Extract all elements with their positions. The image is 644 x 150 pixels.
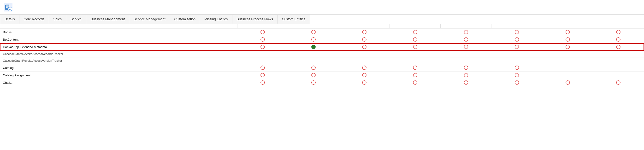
permission-cell[interactable] <box>237 57 288 64</box>
permission-cell[interactable] <box>440 64 492 72</box>
permission-cell[interactable] <box>237 36 288 43</box>
tab-details[interactable]: Details <box>0 15 20 24</box>
empty-circle-icon <box>616 30 620 34</box>
table-row[interactable]: BotContent <box>0 36 644 43</box>
empty-circle-icon <box>566 45 570 49</box>
tab-service[interactable]: Service <box>66 15 86 24</box>
permission-cell[interactable] <box>492 64 542 72</box>
permission-cell[interactable] <box>237 43 288 51</box>
permission-cell[interactable] <box>542 36 593 43</box>
permission-cell[interactable] <box>440 43 492 51</box>
table-row[interactable]: CascadeGrantRevokeAccessRecordsTracker <box>0 51 644 57</box>
tab-business-process-flows[interactable]: Business Process Flows <box>232 15 278 24</box>
permission-cell[interactable] <box>288 51 339 57</box>
permission-cell[interactable] <box>593 72 644 79</box>
permission-cell[interactable] <box>542 72 593 79</box>
empty-circle-icon <box>515 73 519 77</box>
permission-cell[interactable] <box>237 79 288 86</box>
permission-cell[interactable] <box>492 51 542 57</box>
permission-cell[interactable] <box>237 72 288 79</box>
permission-cell[interactable] <box>339 79 390 86</box>
permission-cell[interactable] <box>593 43 644 51</box>
tab-service-management[interactable]: Service Management <box>129 15 170 24</box>
permission-cell[interactable] <box>492 36 542 43</box>
permission-cell[interactable] <box>593 28 644 36</box>
permission-cell[interactable] <box>492 72 542 79</box>
permission-cell[interactable] <box>593 79 644 86</box>
empty-circle-icon <box>260 73 265 77</box>
permission-cell[interactable] <box>390 72 440 79</box>
empty-circle-icon <box>362 30 366 34</box>
permission-cell[interactable] <box>288 28 339 36</box>
permission-cell[interactable] <box>288 36 339 43</box>
permission-cell[interactable] <box>237 64 288 72</box>
permission-cell[interactable] <box>390 36 440 43</box>
filled-circle-icon <box>311 45 316 49</box>
permission-cell[interactable] <box>339 64 390 72</box>
permission-cell[interactable] <box>288 64 339 72</box>
permission-cell[interactable] <box>390 43 440 51</box>
permission-cell[interactable] <box>390 51 440 57</box>
table-row[interactable]: Chall... <box>0 79 644 86</box>
permission-cell[interactable] <box>237 51 288 57</box>
entity-name-label: Catalog <box>3 66 14 70</box>
tab-sales[interactable]: Sales <box>49 15 66 24</box>
permission-cell[interactable] <box>339 36 390 43</box>
tab-missing-entities[interactable]: Missing Entities <box>200 15 232 24</box>
permission-cell[interactable] <box>288 57 339 64</box>
tabs-bar: DetailsCore RecordsSalesServiceBusiness … <box>0 15 644 24</box>
tab-core-records[interactable]: Core Records <box>20 15 49 24</box>
tab-business-management[interactable]: Business Management <box>86 15 129 24</box>
permission-cell[interactable] <box>492 79 542 86</box>
table-row[interactable]: CanvasApp Extended Metadata <box>0 43 644 51</box>
empty-circle-icon <box>464 80 468 85</box>
permission-cell[interactable] <box>339 57 390 64</box>
permission-cell[interactable] <box>440 57 492 64</box>
empty-circle-icon <box>464 45 468 49</box>
permission-cell[interactable] <box>440 72 492 79</box>
permission-cell[interactable] <box>288 79 339 86</box>
permission-cell[interactable] <box>542 64 593 72</box>
table-row[interactable]: Catalog Assignment <box>0 72 644 79</box>
permission-cell[interactable] <box>492 57 542 64</box>
svg-rect-2 <box>6 5 9 6</box>
permission-cell[interactable] <box>237 28 288 36</box>
permission-cell[interactable] <box>593 57 644 64</box>
table-row[interactable]: Books <box>0 28 644 36</box>
permission-cell[interactable] <box>593 36 644 43</box>
table-row[interactable]: CascadeGrantRevokeAccessVersionTracker <box>0 57 644 64</box>
tab-customization[interactable]: Customization <box>170 15 200 24</box>
entity-name-label: CanvasApp Extended Metadata <box>3 45 47 49</box>
permission-cell[interactable] <box>542 43 593 51</box>
permission-cell[interactable] <box>288 43 339 51</box>
permission-cell[interactable] <box>492 43 542 51</box>
permission-cell[interactable] <box>593 51 644 57</box>
permission-cell[interactable] <box>339 72 390 79</box>
empty-circle-icon <box>515 37 519 42</box>
permission-cell[interactable] <box>542 57 593 64</box>
permission-cell[interactable] <box>492 28 542 36</box>
permission-cell[interactable] <box>288 72 339 79</box>
table-row[interactable]: Catalog <box>0 64 644 72</box>
col-header-6 <box>492 24 542 28</box>
tab-custom-entities[interactable]: Custom Entities <box>278 15 310 24</box>
permission-cell[interactable] <box>390 28 440 36</box>
entity-name-cell: Catalog <box>0 64 237 72</box>
permission-cell[interactable] <box>390 64 440 72</box>
empty-circle-icon <box>515 45 519 49</box>
permission-cell[interactable] <box>390 57 440 64</box>
permission-cell[interactable] <box>339 28 390 36</box>
permission-cell[interactable] <box>542 28 593 36</box>
permission-cell[interactable] <box>339 43 390 51</box>
permission-cell[interactable] <box>440 79 492 86</box>
permission-cell[interactable] <box>542 51 593 57</box>
empty-circle-icon <box>413 66 417 70</box>
permission-cell[interactable] <box>593 64 644 72</box>
permission-cell[interactable] <box>440 36 492 43</box>
permission-cell[interactable] <box>339 51 390 57</box>
permission-cell[interactable] <box>390 79 440 86</box>
permission-cell[interactable] <box>542 79 593 86</box>
permission-cell[interactable] <box>440 51 492 57</box>
permission-cell[interactable] <box>440 28 492 36</box>
empty-circle-icon <box>260 30 265 34</box>
